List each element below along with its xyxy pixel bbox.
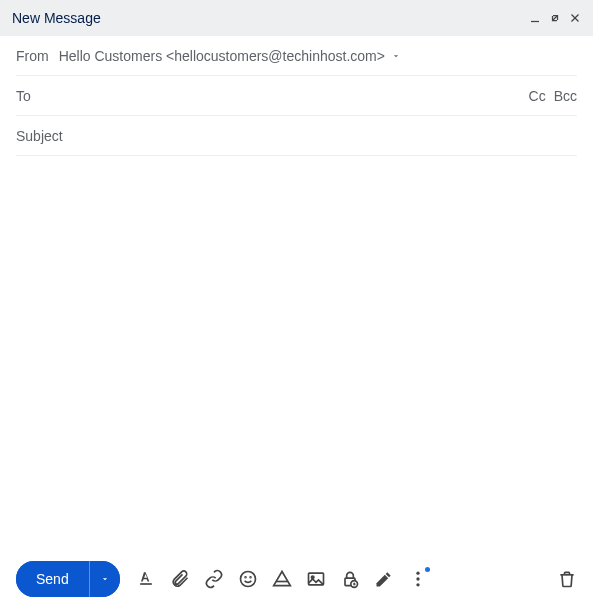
bcc-button[interactable]: Bcc — [554, 88, 577, 104]
svg-point-11 — [416, 572, 419, 575]
svg-point-12 — [416, 577, 419, 580]
insert-drive-icon[interactable] — [272, 569, 292, 589]
insert-signature-icon[interactable] — [374, 569, 394, 589]
popout-icon[interactable] — [549, 12, 561, 24]
send-options-dropdown[interactable] — [89, 561, 120, 597]
more-options-icon[interactable] — [408, 569, 428, 589]
minimize-icon[interactable] — [529, 12, 541, 24]
cc-bcc-group: Cc Bcc — [529, 88, 577, 104]
formatting-tools — [136, 569, 541, 589]
from-value: Hello Customers <hellocustomers@techinho… — [59, 48, 385, 64]
confidential-mode-icon[interactable] — [340, 569, 360, 589]
subject-field-row[interactable] — [16, 116, 577, 156]
compose-title: New Message — [12, 10, 101, 26]
compose-header: New Message — [0, 0, 593, 36]
svg-point-13 — [416, 583, 419, 586]
header-actions — [529, 12, 581, 24]
insert-emoji-icon[interactable] — [238, 569, 258, 589]
insert-image-icon[interactable] — [306, 569, 326, 589]
to-field-row[interactable]: To Cc Bcc — [16, 76, 577, 116]
svg-point-5 — [250, 577, 251, 578]
send-button-group: Send — [16, 561, 120, 597]
send-button[interactable]: Send — [16, 561, 89, 597]
to-label: To — [16, 88, 31, 104]
close-icon[interactable] — [569, 12, 581, 24]
svg-point-4 — [245, 577, 246, 578]
to-input[interactable] — [41, 88, 529, 104]
format-text-icon[interactable] — [136, 569, 156, 589]
cc-button[interactable]: Cc — [529, 88, 546, 104]
from-label: From — [16, 48, 49, 64]
discard-draft-icon[interactable] — [557, 569, 577, 589]
compose-body[interactable] — [0, 156, 593, 549]
svg-point-3 — [240, 572, 255, 587]
compose-toolbar: Send — [0, 549, 593, 609]
from-field-row: From Hello Customers <hellocustomers@tec… — [16, 36, 577, 76]
compose-fields: From Hello Customers <hellocustomers@tec… — [0, 36, 593, 156]
subject-input[interactable] — [16, 128, 577, 144]
from-dropdown-icon[interactable] — [391, 51, 401, 61]
insert-link-icon[interactable] — [204, 569, 224, 589]
attach-file-icon[interactable] — [170, 569, 190, 589]
